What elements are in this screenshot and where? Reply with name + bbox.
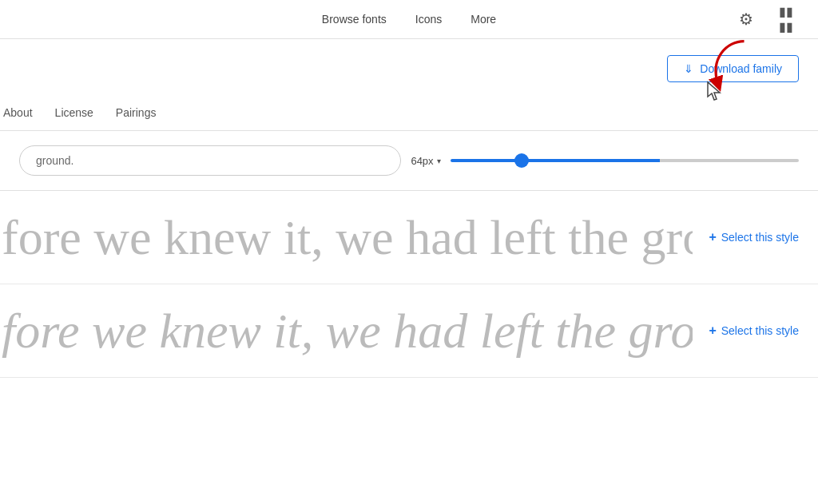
nav-icon-group: ⚙ ▮▮▮▮ (733, 6, 799, 32)
nav-more[interactable]: More (471, 10, 496, 29)
style-row-thin: fore we knew it, we had left the grou + … (0, 191, 818, 284)
plus-icon-thin: + (709, 230, 716, 244)
preview-controls: 64px ▾ (0, 131, 818, 191)
nav-browse-fonts[interactable]: Browse fonts (322, 10, 387, 29)
select-style-button-italic[interactable]: + Select this style (693, 317, 799, 344)
sub-nav-pairings[interactable]: Pairings (116, 95, 179, 130)
apps-icon[interactable]: ▮▮▮▮ (773, 6, 799, 32)
size-slider-wrapper (451, 159, 799, 162)
download-area: ⇓ Download family (0, 39, 818, 95)
select-style-label-italic: Select this style (721, 324, 799, 337)
size-value: 64px (411, 155, 433, 167)
settings-icon[interactable]: ⚙ (733, 6, 759, 32)
style-row-italic: fore we knew it, we had left the ground.… (0, 284, 818, 378)
size-dropdown-arrow: ▾ (437, 157, 441, 165)
download-family-button[interactable]: ⇓ Download family (667, 55, 799, 82)
download-family-label: Download family (700, 62, 782, 75)
size-slider[interactable] (451, 159, 799, 162)
sub-nav: About License Pairings (0, 95, 818, 131)
top-nav: Browse fonts Icons More ⚙ ▮▮▮▮ (0, 0, 818, 39)
select-style-label-thin: Select this style (721, 231, 799, 244)
preview-text-input[interactable] (19, 145, 401, 176)
sub-nav-about[interactable]: About (0, 95, 55, 130)
sub-nav-license[interactable]: License (55, 95, 116, 130)
style-preview-italic: fore we knew it, we had left the ground. (0, 304, 693, 358)
plus-icon-italic: + (709, 323, 716, 338)
styles-container: fore we knew it, we had left the grou + … (0, 191, 818, 378)
nav-links: Browse fonts Icons More (322, 10, 496, 29)
nav-icons[interactable]: Icons (415, 10, 442, 29)
select-style-button-thin[interactable]: + Select this style (693, 224, 799, 251)
style-preview-thin: fore we knew it, we had left the grou (0, 210, 693, 264)
download-icon: ⇓ (684, 62, 693, 75)
size-selector[interactable]: 64px ▾ (411, 155, 440, 167)
